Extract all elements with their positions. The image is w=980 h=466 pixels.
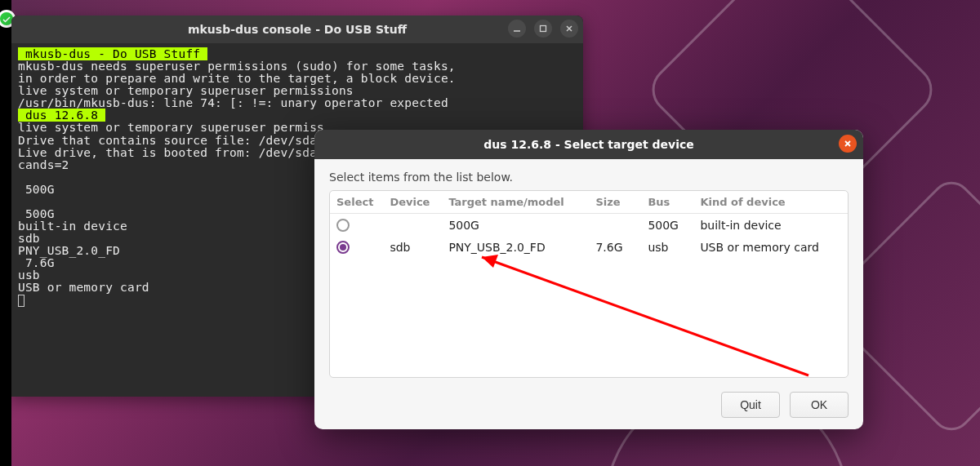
- col-kind: Kind of device: [693, 191, 848, 214]
- col-select: Select: [330, 191, 383, 214]
- terminal-highlight: dus 12.6.8: [18, 109, 105, 122]
- dialog-titlebar[interactable]: dus 12.6.8 - Select target device: [314, 130, 863, 159]
- device-row-target: PNY_USB_2.0_FD: [442, 236, 589, 258]
- device-row[interactable]: sdb PNY_USB_2.0_FD 7.6G usb USB or memor…: [330, 236, 848, 258]
- minimize-button[interactable]: [508, 20, 526, 38]
- terminal-line: live system or temporary superuser permi…: [18, 84, 354, 97]
- device-row-target: 500G: [442, 214, 589, 237]
- col-device: Device: [383, 191, 442, 214]
- terminal-line: live system or temporary superuser permi…: [18, 121, 324, 134]
- device-row-device: sdb: [383, 236, 442, 258]
- terminal-line: Drive that contains source file: /dev/sd…: [18, 134, 317, 147]
- terminal-line: 500G: [18, 183, 55, 196]
- terminal-line: 500G: [18, 207, 55, 220]
- svg-rect-1: [541, 26, 546, 32]
- select-target-dialog: dus 12.6.8 - Select target device Select…: [314, 130, 863, 429]
- dock-edge: [0, 0, 11, 466]
- col-size: Size: [589, 191, 641, 214]
- terminal-highlight: mkusb-dus - Do USB Stuff: [18, 47, 207, 60]
- device-row-kind: USB or memory card: [693, 236, 848, 258]
- terminal-line: PNY_USB_2.0_FD: [18, 244, 120, 257]
- terminal-line: 7.6G: [18, 256, 55, 269]
- maximize-button[interactable]: [534, 20, 552, 38]
- device-row-radio[interactable]: [330, 214, 383, 237]
- device-row-bus: 500G: [641, 214, 693, 237]
- terminal-line: sdb: [18, 232, 40, 245]
- terminal-line: cands=2: [18, 158, 69, 171]
- terminal-line: /usr/bin/mkusb-dus: line 74: [: !=: unar…: [18, 96, 448, 109]
- dialog-close-button[interactable]: [839, 135, 857, 153]
- col-target: Target name/model: [442, 191, 589, 214]
- ok-button[interactable]: OK: [790, 392, 849, 418]
- quit-button[interactable]: Quit: [721, 392, 780, 418]
- terminal-line: in order to prepare and write to the tar…: [18, 72, 456, 85]
- terminal-line: USB or memory card: [18, 281, 149, 294]
- col-bus: Bus: [641, 191, 693, 214]
- device-row-size: [589, 214, 641, 237]
- terminal-line: usb: [18, 269, 40, 282]
- dialog-title: dus 12.6.8 - Select target device: [483, 138, 693, 151]
- terminal-cursor: [18, 295, 24, 307]
- device-row-size: 7.6G: [589, 236, 641, 258]
- device-list-header: Select Device Target name/model Size Bus…: [330, 191, 848, 214]
- terminal-titlebar[interactable]: mkusb-dus console - Do USB Stuff: [11, 16, 583, 43]
- terminal-line: mkusb-dus needs superuser permissions (s…: [18, 60, 456, 73]
- close-button[interactable]: [560, 20, 578, 38]
- device-row-kind: built-in device: [693, 214, 848, 237]
- device-row-device: [383, 214, 442, 237]
- terminal-line: built-in device: [18, 220, 127, 233]
- device-row-radio[interactable]: [330, 236, 383, 258]
- terminal-title: mkusb-dus console - Do USB Stuff: [188, 23, 407, 36]
- device-list[interactable]: Select Device Target name/model Size Bus…: [329, 190, 849, 378]
- terminal-line: Live drive, that is booted from: /dev/sd…: [18, 146, 317, 159]
- device-row-bus: usb: [641, 236, 693, 258]
- device-row[interactable]: 500G 500G built-in device: [330, 214, 848, 237]
- dialog-instruction: Select items from the list below.: [329, 171, 849, 184]
